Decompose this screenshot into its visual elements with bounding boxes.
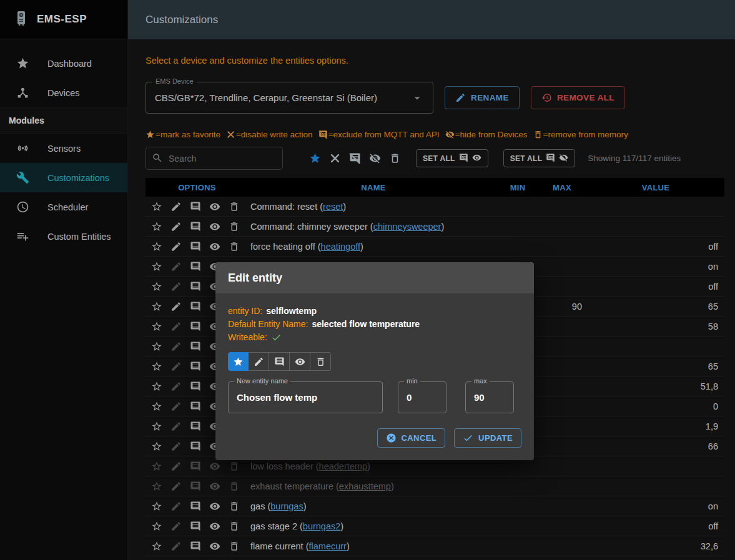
writeable-label: Writeable: [228, 331, 267, 344]
disable-write-toggle[interactable] [249, 352, 269, 371]
entity-id-value: selflowtemp [266, 305, 317, 318]
check-icon [463, 433, 473, 443]
hide-toggle[interactable] [290, 352, 310, 371]
dialog-fields: New entity name Chosen flow temp min 0 m… [228, 381, 521, 413]
edit-entity-dialog: Edit entity entity ID:selflowtemp Defaul… [215, 262, 534, 460]
cancel-button[interactable]: CANCEL [377, 428, 446, 448]
min-field[interactable]: min 0 [398, 381, 446, 413]
dialog-title: Edit entity [215, 262, 534, 293]
default-name-value: selected flow temperature [312, 318, 420, 331]
entity-option-toggles [228, 352, 331, 371]
dialog-actions: CANCEL UPDATE [228, 428, 521, 448]
cancel-icon [386, 433, 397, 443]
default-name-label: Default Entity Name: [228, 318, 308, 331]
remove-toggle[interactable] [310, 352, 331, 371]
favorite-toggle[interactable] [228, 352, 249, 371]
entity-id-label: entity ID: [228, 305, 262, 318]
max-field[interactable]: max 90 [465, 381, 514, 413]
writeable-check-icon [271, 332, 282, 343]
dialog-body: entity ID:selflowtemp Default Entity Nam… [215, 293, 534, 460]
mqtt-exclude-toggle[interactable] [269, 352, 290, 371]
new-entity-name-field[interactable]: New entity name Chosen flow temp [228, 381, 383, 413]
update-button[interactable]: UPDATE [454, 428, 521, 448]
